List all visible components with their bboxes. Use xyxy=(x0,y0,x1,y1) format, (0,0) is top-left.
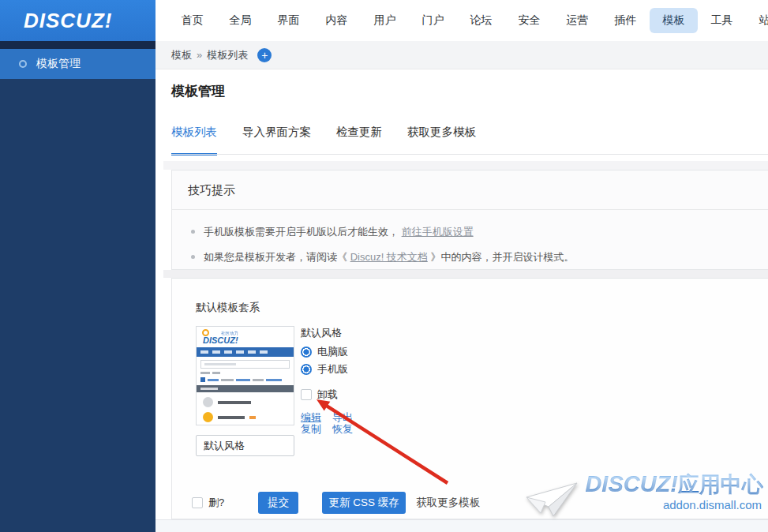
sidebar-item-template-manage[interactable]: 模板管理 xyxy=(0,49,155,79)
mobile-default-option: 手机版 xyxy=(301,362,364,377)
sidebar-item-label: 模板管理 xyxy=(36,57,81,71)
thumbnail-logo: DISCUZ! xyxy=(203,335,238,345)
update-css-cache-button[interactable]: 更新 CSS 缓存 xyxy=(322,492,406,514)
mobile-settings-link[interactable]: 前往手机版设置 xyxy=(402,226,474,238)
get-more-templates-link[interactable]: 获取更多模板 xyxy=(416,496,480,510)
ring-icon xyxy=(19,60,27,68)
tab-template-list[interactable]: 模板列表 xyxy=(171,125,217,155)
copy-link[interactable]: 复制 xyxy=(301,423,321,435)
admin-page: DISCUZ! 首页 全局 界面 内容 用户 门户 论坛 安全 运营 插件 模板… xyxy=(0,0,768,532)
top-navigation: 首页 全局 界面 内容 用户 门户 论坛 安全 运营 插件 模板 工具 站长 xyxy=(155,0,768,41)
breadcrumb-page: 模板列表 xyxy=(207,48,248,62)
restore-link[interactable]: 恢复 xyxy=(332,423,353,435)
tabs-divider xyxy=(171,154,768,155)
logo-box: DISCUZ! xyxy=(0,0,155,41)
pc-default-option: 电脑版 xyxy=(301,345,364,359)
delete-checkbox[interactable] xyxy=(192,497,203,508)
tip-text: 手机版模板需要开启手机版以后才能生效， xyxy=(204,226,399,238)
tips-list: 手机版模板需要开启手机版以后才能生效， 前往手机版设置 如果您是模板开发者，请阅… xyxy=(172,210,768,270)
watermark-text: DISCUZ!应用中心 addon.dismall.com xyxy=(585,472,763,511)
thumbnail-category-strip xyxy=(197,385,294,392)
stat-icon xyxy=(200,377,205,382)
nav-item-security[interactable]: 安全 xyxy=(505,13,553,28)
sidebar: 模板管理 xyxy=(0,41,155,532)
pc-default-label: 电脑版 xyxy=(317,345,348,359)
uninstall-option: 卸载 xyxy=(301,388,364,402)
tech-docs-link[interactable]: Discuz! 技术文档 xyxy=(350,251,428,263)
template-thumbnail[interactable]: 社区动力 DISCUZ! xyxy=(196,326,294,425)
thumbnail-breadcrumb xyxy=(200,372,290,374)
mobile-default-label: 手机版 xyxy=(317,362,348,377)
add-favorite-button[interactable]: + xyxy=(257,48,272,62)
style-name-label: 默认风格 xyxy=(301,326,364,340)
tip-text: 》中的内容，并开启设计模式。 xyxy=(430,251,574,263)
thumbnail-forum-row xyxy=(203,412,294,422)
thumbnail-header: 社区动力 DISCUZ! xyxy=(197,327,294,347)
thumbnail-forum-row xyxy=(203,397,294,407)
page-title: 模板管理 xyxy=(171,82,225,100)
tip-text: 如果您是模板开发者，请阅读《 xyxy=(204,251,350,263)
uninstall-label: 卸载 xyxy=(317,388,338,402)
nav-item-tools[interactable]: 工具 xyxy=(698,13,746,28)
forum-icon xyxy=(203,397,213,407)
watermark: DISCUZ!应用中心 addon.dismall.com xyxy=(525,472,763,526)
tab-check-update[interactable]: 检查更新 xyxy=(336,125,382,155)
forum-icon xyxy=(203,412,213,422)
thumbnail-searchbar xyxy=(200,360,290,369)
template-group-title: 默认模板套系 xyxy=(196,301,260,315)
section-gap-band xyxy=(163,270,768,278)
template-action-links: 编辑导出 复制恢复 xyxy=(301,411,364,435)
tab-get-more-templates[interactable]: 获取更多模板 xyxy=(407,125,476,155)
tab-import-scheme[interactable]: 导入界面方案 xyxy=(242,125,311,155)
nav-item-content[interactable]: 内容 xyxy=(313,13,361,28)
breadcrumb-section[interactable]: 模板 xyxy=(171,48,192,62)
discuz-logo: DISCUZ! xyxy=(0,9,112,33)
sidebar-top-strip xyxy=(0,41,155,49)
nav-item-operation[interactable]: 运营 xyxy=(553,13,601,28)
template-options: 默认风格 电脑版 手机版 卸载 编辑导出 复制恢复 xyxy=(301,326,364,435)
watermark-domain: addon.dismall.com xyxy=(585,498,763,511)
thumbnail-stats-row xyxy=(200,377,290,382)
export-link[interactable]: 导出 xyxy=(332,411,353,423)
form-actions: 删? 提交 更新 CSS 缓存 获取更多模板 xyxy=(192,492,480,514)
tip-item-developer: 如果您是模板开发者，请阅读《 Discuz! 技术文档 》中的内容，并开启设计模… xyxy=(188,245,753,270)
nav-item-site[interactable]: 站长 xyxy=(746,13,768,28)
nav-item-forum[interactable]: 论坛 xyxy=(457,13,505,28)
tip-item-mobile: 手机版模板需要开启手机版以后才能生效， 前往手机版设置 xyxy=(188,219,753,245)
edit-link[interactable]: 编辑 xyxy=(301,411,321,423)
nav-item-global[interactable]: 全局 xyxy=(216,13,264,28)
mobile-default-radio[interactable] xyxy=(301,364,312,375)
nav-item-templates[interactable]: 模板 xyxy=(650,8,698,33)
watermark-title: DISCUZ!应用中心 xyxy=(585,472,763,496)
thumbnail-navbar xyxy=(197,347,294,357)
nav-item-portal[interactable]: 门户 xyxy=(409,13,457,28)
tips-title: 技巧提示 xyxy=(172,170,768,210)
tab-bar: 模板列表 导入界面方案 检查更新 获取更多模板 xyxy=(171,125,501,155)
breadcrumb-separator: » xyxy=(197,49,202,61)
nav-item-home[interactable]: 首页 xyxy=(168,13,216,28)
nav-item-plugins[interactable]: 插件 xyxy=(601,13,650,28)
style-name-input[interactable] xyxy=(196,435,294,456)
submit-button[interactable]: 提交 xyxy=(258,492,298,514)
uninstall-checkbox[interactable] xyxy=(301,389,312,400)
section-gap-band xyxy=(163,161,768,170)
paper-plane-icon xyxy=(525,480,582,526)
nav-item-users[interactable]: 用户 xyxy=(361,13,409,28)
breadcrumb: 模板 » 模板列表 + xyxy=(155,41,768,69)
tips-panel: 技巧提示 手机版模板需要开启手机版以后才能生效， 前往手机版设置 如果您是模板开… xyxy=(171,170,768,270)
nav-item-interface[interactable]: 界面 xyxy=(264,13,313,28)
delete-label: 删? xyxy=(208,496,224,510)
pc-default-radio[interactable] xyxy=(301,347,312,358)
